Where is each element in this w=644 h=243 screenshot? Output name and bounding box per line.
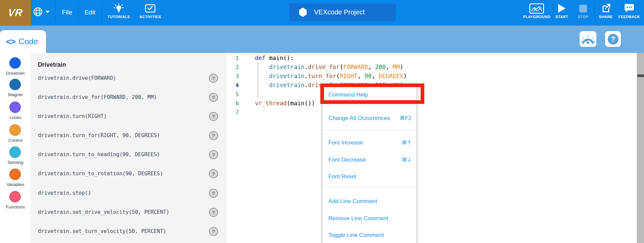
menu-divider (323, 105, 416, 106)
code-token-plain (255, 73, 269, 79)
code-token-method: vr_thread (255, 100, 287, 107)
command-text[interactable]: drivetrain.turn_to_heading(90, DEGREES) (38, 150, 160, 159)
category-circle-icon[interactable] (9, 124, 21, 136)
command-help-button[interactable]: ? (209, 208, 218, 217)
command-help-button[interactable]: ? (209, 112, 218, 121)
category-circle-icon[interactable] (9, 57, 21, 69)
category-circle-icon[interactable] (9, 146, 21, 158)
scrollbar-thumb[interactable] (637, 74, 644, 77)
code-line[interactable]: 3 drivetrain.turn_for(RIGHT, 90, DEGREES… (226, 72, 636, 81)
help-button[interactable]: ? (605, 31, 621, 47)
command-text[interactable]: drivetrain.drive_for(FORWARD, 200, MM) (38, 93, 157, 102)
tutorials-label: TUTORIALS (108, 15, 130, 19)
command-help-button[interactable]: ? (209, 150, 218, 159)
menu-item-change-all-occurrences[interactable]: Change All Occurrences⌘F2 (323, 113, 416, 124)
command-text[interactable]: drivetrain.turn(RIGHT) (38, 112, 107, 121)
menu-item-font-reset[interactable]: Font Reset (323, 171, 416, 182)
command-text[interactable]: drivetrain.drive(FORWARD) (38, 74, 116, 83)
menu-item-label: Add Line Comment (328, 196, 377, 207)
menu-divider (323, 130, 416, 130)
feedback-button[interactable]: FEEDBACK (616, 2, 642, 19)
command-help-button[interactable]: ? (209, 189, 218, 198)
category-circle-icon[interactable] (9, 79, 21, 90)
code-line[interactable]: 4 drivetrain.drive_for(FORWARD, 200, MM) (226, 81, 636, 90)
code-line[interactable]: 2 drivetrain.drive_for(FORWARD, 200, MM) (226, 63, 636, 72)
code-token-num: 200 (375, 64, 386, 70)
toolbar-divider (553, 4, 553, 21)
project-title-button[interactable]: VEXcode Project (289, 3, 396, 21)
dashboard-button[interactable] (580, 31, 596, 47)
menu-item-shortcut: ⌘F2 (400, 113, 412, 124)
command-row[interactable]: drivetrain.turn_to_rotation(90, DEGREES)… (31, 169, 226, 178)
start-button[interactable]: START (554, 2, 570, 19)
code-token-kw: def (255, 55, 266, 61)
code-token-plain: ) (400, 64, 404, 70)
line-number: 2 (226, 63, 239, 72)
code-token-plain: ) (404, 73, 407, 79)
menu-edit[interactable]: Edit (82, 8, 98, 17)
sidebar-item-looks[interactable]: Looks (0, 102, 31, 122)
command-row[interactable]: drivetrain.turn_to_heading(90, DEGREES)? (31, 150, 226, 159)
menu-item-font-increase[interactable]: Font Increase⌘↑ (323, 137, 416, 148)
share-button[interactable]: SHARE (597, 2, 614, 19)
sidebar-item-drivetrain[interactable]: Drivetrain (0, 57, 31, 78)
command-row[interactable]: drivetrain.drive(FORWARD)? (31, 74, 226, 83)
command-text[interactable]: drivetrain.set_turn_velocity(50, PERCENT… (38, 227, 166, 236)
command-row[interactable]: drivetrain.drive_for(FORWARD, 200, MM)? (31, 93, 226, 102)
command-help-button[interactable]: ? (209, 227, 218, 236)
code-token-plain: . (305, 64, 308, 70)
tab-code[interactable]: <> Code (0, 30, 46, 53)
category-label: Variables (0, 182, 31, 187)
playground-button[interactable]: PLAYGROUND (522, 2, 551, 19)
menu-item-shortcut: ⌘↓ (402, 154, 412, 166)
command-row[interactable]: drivetrain.set_turn_velocity(50, PERCENT… (31, 227, 226, 236)
stop-button[interactable]: STOP (575, 2, 591, 19)
category-circle-icon[interactable] (9, 169, 21, 180)
menu-item-font-decrease[interactable]: Font Decrease⌘↓ (323, 154, 416, 166)
sidebar-item-variables[interactable]: Variables (0, 169, 31, 189)
language-menu[interactable] (33, 7, 50, 17)
menu-item-shortcut: ⌘↑ (402, 137, 412, 148)
command-text[interactable]: drivetrain.set_drive_velocity(50, PERCEN… (38, 208, 169, 217)
indent-guide (258, 63, 258, 98)
category-circle-icon[interactable] (9, 191, 21, 202)
command-row[interactable]: drivetrain.set_drive_velocity(50, PERCEN… (31, 208, 226, 217)
command-help-button[interactable]: ? (209, 131, 218, 140)
command-text[interactable]: drivetrain.turn_to_rotation(90, DEGREES) (38, 169, 163, 178)
code-line[interactable]: 1def main(): (226, 54, 636, 63)
code-editor[interactable]: 1def main():2 drivetrain.drive_for(FORWA… (226, 53, 644, 243)
editor-context-menu: Command HelpChange All Occurrences⌘F2Fon… (322, 85, 417, 243)
menu-item-toggle-line-comment[interactable]: Toggle Line Comment (323, 230, 416, 241)
command-row[interactable]: drivetrain.stop()? (31, 189, 226, 198)
question-icon: ? (608, 34, 619, 45)
command-help-button[interactable]: ? (209, 74, 218, 83)
menu-item-remove-line-comment[interactable]: Remove Line Comment (323, 213, 416, 224)
command-row[interactable]: drivetrain.turn(RIGHT)? (31, 112, 226, 121)
sidebar-item-functions[interactable]: Functions (0, 191, 31, 212)
activities-button[interactable]: ACTIVITIES (137, 2, 164, 19)
share-icon (600, 2, 611, 14)
stop-icon (579, 5, 587, 12)
sidebar-item-magnet[interactable]: Magnet (0, 79, 31, 100)
command-help-button[interactable]: ? (209, 169, 218, 178)
code-line[interactable]: 7 (226, 108, 636, 117)
code-token-method: drive_for (308, 64, 340, 70)
feedback-icon (624, 2, 635, 14)
command-row[interactable]: drivetrain.turn_for(RIGHT, 90, DEGREES)? (31, 131, 226, 140)
code-token-plain: (main()) (287, 100, 315, 107)
code-line[interactable]: 6vr_thread(main()) (226, 99, 636, 108)
code-token-const: MM (393, 64, 400, 70)
scrollbar[interactable] (637, 53, 644, 243)
menu-file[interactable]: File (59, 8, 75, 17)
menu-item-add-line-comment[interactable]: Add Line Comment (323, 196, 416, 207)
activities-label: ACTIVITIES (140, 15, 161, 19)
playground-icon (529, 2, 544, 14)
category-circle-icon[interactable] (9, 102, 21, 113)
command-text[interactable]: drivetrain.stop() (38, 189, 91, 198)
sidebar-item-control[interactable]: Control (0, 124, 31, 145)
sidebar-item-sensing[interactable]: Sensing (0, 146, 31, 167)
tutorials-button[interactable]: TUTORIALS (106, 2, 132, 19)
command-text[interactable]: drivetrain.turn_for(RIGHT, 90, DEGREES) (38, 131, 160, 140)
code-line[interactable]: 5 (226, 90, 636, 99)
command-help-button[interactable]: ? (209, 93, 218, 102)
